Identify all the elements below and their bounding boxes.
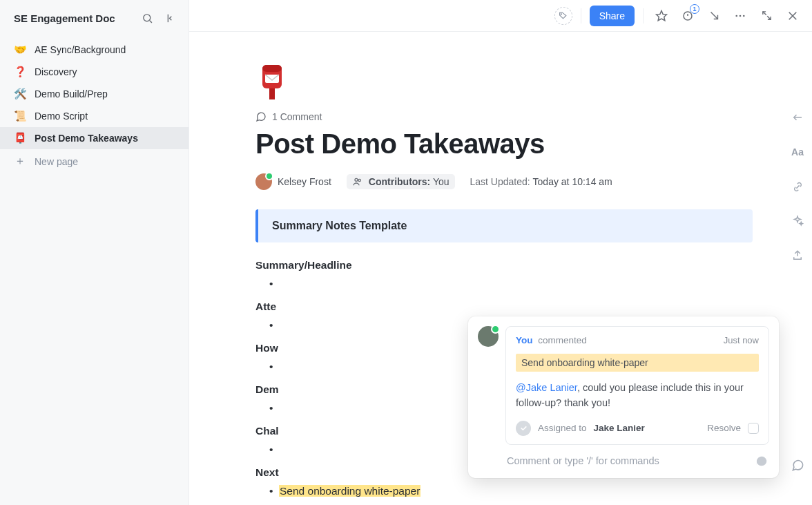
notifications-icon[interactable]: 1	[678, 6, 697, 26]
resolve-label[interactable]: Resolve	[707, 423, 741, 433]
svg-point-7	[740, 15, 742, 17]
close-icon[interactable]	[783, 6, 802, 26]
avatar	[255, 173, 272, 190]
comment-author: You	[516, 335, 533, 345]
sidebar-item-discovery[interactable]: ❓ Discovery	[0, 61, 188, 83]
list-item[interactable]	[269, 276, 753, 289]
svg-rect-13	[262, 65, 282, 72]
handshake-icon: 🤝	[14, 44, 26, 56]
more-icon[interactable]	[731, 6, 750, 26]
sidebar-item-ae-sync[interactable]: 🤝 AE Sync/Background	[0, 39, 188, 61]
sidebar-header: SE Engagement Doc	[0, 0, 188, 36]
sidebar-new-page[interactable]: ＋ New page	[0, 149, 188, 173]
sidebar-item-label: AE Sync/Background	[35, 44, 126, 55]
svg-point-16	[355, 178, 358, 181]
sidebar-item-label: New page	[35, 156, 78, 167]
comment-count[interactable]: 1 Comment	[255, 111, 753, 122]
contributors-label: Contributors:	[369, 176, 430, 187]
sidebar-item-demo-build[interactable]: 🛠️ Demo Build/Prep	[0, 83, 188, 105]
plus-icon: ＋	[14, 154, 26, 169]
comment-card: You commented Just now Send onboarding w…	[505, 326, 769, 445]
sidebar-item-label: Demo Script	[35, 111, 88, 122]
svg-line-1	[149, 20, 151, 22]
last-updated-label: Last Updated:	[470, 176, 530, 187]
postbox-icon: 📮	[14, 132, 26, 144]
divider	[581, 8, 581, 23]
contributors-value: You	[433, 176, 450, 187]
comment-message: @Jake Lanier, could you please include t…	[516, 380, 759, 411]
svg-point-8	[743, 15, 745, 17]
send-icon[interactable]	[754, 453, 769, 468]
share-button[interactable]: Share	[590, 6, 635, 26]
check-circle-icon	[516, 421, 531, 436]
svg-rect-15	[269, 88, 275, 99]
search-icon[interactable]	[139, 10, 155, 26]
sidebar-item-label: Discovery	[35, 66, 77, 77]
svg-point-0	[143, 14, 150, 21]
notification-badge: 1	[690, 4, 699, 14]
star-icon[interactable]	[652, 6, 671, 26]
contributors[interactable]: Contributors: You	[347, 174, 455, 189]
tools-icon: 🛠️	[14, 88, 26, 100]
scroll-icon: 📜	[14, 110, 26, 122]
expand-icon[interactable]	[757, 6, 776, 26]
callout-block[interactable]: Summary Notes Template	[255, 209, 753, 242]
tag-icon[interactable]	[554, 7, 572, 25]
assignment-row: Assigned to Jake Lanier Resolve	[516, 421, 759, 436]
sidebar-item-label: Post Demo Takeaways	[35, 133, 138, 144]
svg-point-17	[358, 179, 360, 181]
section-heading: Summary/Headline	[255, 259, 753, 271]
owner-name: Kelsey Frost	[278, 176, 331, 187]
list-item[interactable]: Send onboarding white-paper	[269, 483, 753, 500]
question-icon: ❓	[14, 66, 26, 78]
page-emoji-postbox[interactable]	[255, 62, 289, 101]
sidebar-nav: 🤝 AE Sync/Background ❓ Discovery 🛠️ Demo…	[0, 36, 188, 173]
comment-header: You commented Just now	[516, 335, 759, 345]
sidebar-item-demo-script[interactable]: 📜 Demo Script	[0, 105, 188, 127]
comment-time: Just now	[724, 335, 759, 345]
doc-workspace-title: SE Engagement Doc	[14, 12, 133, 24]
highlighted-text: Send onboarding white-paper	[279, 485, 420, 497]
collapse-sidebar-icon[interactable]	[161, 10, 177, 26]
svg-point-3	[561, 14, 561, 15]
assignee-name[interactable]: Jake Lanier	[594, 423, 645, 433]
sidebar-item-label: Demo Build/Prep	[35, 88, 108, 99]
comment-popover: You commented Just now Send onboarding w…	[468, 316, 779, 478]
people-icon	[352, 176, 363, 187]
last-updated: Last Updated: Today at 10:14 am	[470, 176, 612, 187]
mention[interactable]: @Jake Lanier	[516, 382, 577, 393]
svg-marker-4	[657, 10, 667, 20]
page-meta: Kelsey Frost Contributors: You Last Upda…	[255, 173, 753, 190]
assigned-label: Assigned to	[538, 423, 587, 433]
svg-point-6	[735, 15, 737, 17]
divider	[643, 8, 644, 23]
comment-count-label: 1 Comment	[272, 111, 322, 122]
resolve-checkbox[interactable]	[748, 423, 759, 434]
comment-input[interactable]	[507, 455, 747, 466]
page-title[interactable]: Post Demo Takeaways	[255, 128, 753, 160]
comment-compose	[468, 445, 779, 478]
comment-quote: Send onboarding white-paper	[516, 354, 759, 372]
main: Share 1	[189, 0, 812, 505]
content: 1 Comment Post Demo Takeaways Kelsey Fro…	[189, 32, 812, 505]
section-heading: Atte	[255, 301, 753, 313]
topbar: Share 1	[189, 0, 812, 32]
sidebar-item-post-demo[interactable]: 📮 Post Demo Takeaways	[0, 127, 188, 149]
last-updated-value: Today at 10:14 am	[533, 176, 612, 187]
sidebar: SE Engagement Doc 🤝 AE Sync/Background ❓…	[0, 0, 189, 505]
avatar	[478, 326, 499, 347]
owner[interactable]: Kelsey Frost	[255, 173, 331, 190]
download-icon[interactable]	[704, 6, 724, 26]
comment-action: commented	[538, 335, 587, 345]
